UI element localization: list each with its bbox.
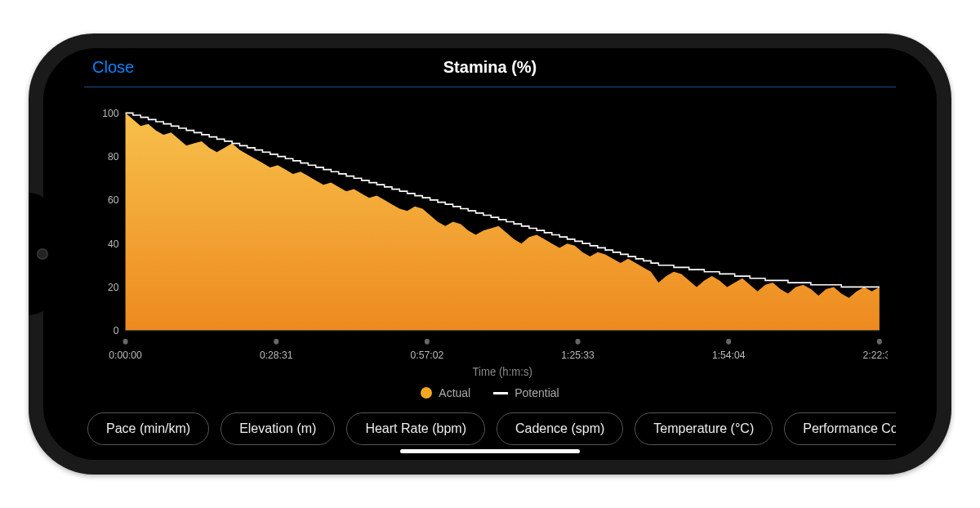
svg-text:0:57:02: 0:57:02 [411,348,444,361]
svg-point-7 [123,339,128,345]
svg-point-9 [274,339,278,345]
svg-text:40: 40 [108,237,119,250]
close-button[interactable]: Close [92,58,134,77]
svg-text:20: 20 [108,280,119,293]
metric-pill-2[interactable]: Heart Rate (bpm) [346,412,485,445]
legend-swatch-potential-icon [493,392,508,394]
svg-text:60: 60 [108,194,119,207]
page-title: Stamina (%) [443,58,537,77]
svg-text:0:28:31: 0:28:31 [260,348,293,361]
phone-frame: Close Stamina (%) 0204060801000:00:000:2… [29,33,951,475]
home-indicator[interactable] [400,449,580,453]
metric-pill-4[interactable]: Temperature (°C) [635,412,773,445]
metric-pill-1[interactable]: Elevation (m) [220,412,335,445]
svg-text:0: 0 [114,324,119,337]
legend-label-potential: Potential [514,386,559,399]
svg-point-13 [576,339,581,345]
svg-text:2:22:36: 2:22:36 [863,348,888,361]
chart-area[interactable]: 0204060801000:00:000:28:310:57:021:25:33… [92,104,888,381]
metric-pill-5[interactable]: Performance Co [784,412,896,445]
svg-point-17 [877,339,882,345]
svg-text:100: 100 [102,106,118,119]
header-bar: Close Stamina (%) [84,48,896,87]
legend-label-actual: Actual [439,386,470,399]
svg-text:80: 80 [108,149,119,163]
svg-text:1:25:33: 1:25:33 [561,348,595,361]
svg-text:1:54:04: 1:54:04 [712,348,746,361]
svg-text:0:00:00: 0:00:00 [109,348,142,361]
svg-point-11 [425,339,430,345]
stamina-chart: 0204060801000:00:000:28:310:57:021:25:33… [92,104,888,381]
legend-swatch-actual-icon [421,387,432,399]
legend: Actual Potential [84,381,896,408]
svg-point-15 [726,339,731,345]
screen: Close Stamina (%) 0204060801000:00:000:2… [43,48,937,460]
legend-item-actual: Actual [421,386,470,399]
metric-pill-0[interactable]: Pace (min/km) [87,412,209,445]
legend-item-potential: Potential [493,386,559,399]
metric-pill-3[interactable]: Cadence (spm) [497,412,623,445]
svg-text:Time (h:m:s): Time (h:m:s) [472,365,532,379]
